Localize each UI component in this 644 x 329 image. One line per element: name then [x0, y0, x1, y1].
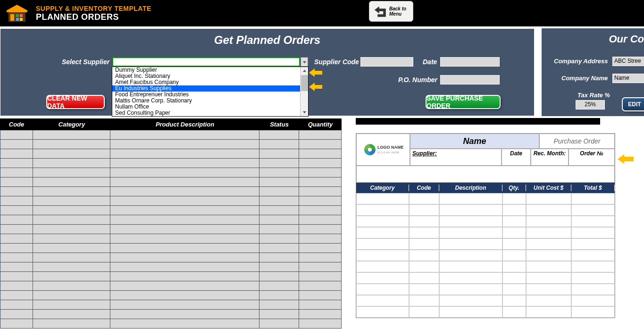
- products-table: Code Category Product Description Status…: [0, 118, 342, 329]
- svg-rect-3: [20, 14, 23, 17]
- table-row[interactable]: [0, 291, 342, 300]
- company-panel: Our Co Company Address ABC Stree Company…: [541, 28, 644, 116]
- po-number-field: [440, 75, 500, 84]
- po-table-row: [356, 227, 615, 238]
- date-label: Date: [423, 58, 437, 66]
- col-status: Status: [259, 121, 299, 128]
- table-row[interactable]: [0, 149, 342, 159]
- po-table-row: [356, 250, 615, 261]
- po-blank-row: [356, 166, 615, 183]
- logo-slogan: SLOGAN HERE: [377, 151, 400, 154]
- po-table-row: [356, 193, 615, 204]
- table-row[interactable]: [0, 319, 342, 329]
- supplier-input[interactable]: [112, 57, 300, 67]
- supplier-dropdown-button[interactable]: [301, 57, 308, 67]
- table-row[interactable]: [0, 159, 342, 168]
- supplier-dropdown-list[interactable]: Dummy SupplierAliquet Inc. StationaryAme…: [112, 67, 309, 117]
- table-row[interactable]: [0, 244, 342, 253]
- supplier-option[interactable]: Sed Consulting Paper: [112, 110, 300, 116]
- table-row[interactable]: [0, 262, 342, 272]
- po-number-label: P.O. Number: [398, 76, 437, 84]
- table-row[interactable]: [0, 187, 342, 196]
- arrow-indicator-icon: [618, 153, 634, 165]
- scroll-down-icon[interactable]: [301, 108, 308, 116]
- po-table-row: [356, 284, 615, 295]
- svg-rect-2: [16, 14, 19, 17]
- col-description: Product Description: [110, 121, 259, 128]
- tax-rate-label: Tax Rate %: [577, 92, 610, 99]
- table-row[interactable]: [0, 225, 342, 234]
- po-col-unitcost: Unit Cost $: [526, 185, 571, 191]
- supplier-code-label: Supplier Code: [314, 58, 359, 66]
- app-title: SUPPLY & INVENTORY TEMPLATE: [36, 5, 151, 12]
- select-supplier-label: Select Supplier: [62, 58, 109, 66]
- edit-button[interactable]: EDIT: [622, 97, 644, 111]
- back-to-menu-button[interactable]: Back toMenu: [369, 1, 413, 22]
- po-table-row: [356, 272, 615, 284]
- table-row[interactable]: [0, 300, 342, 310]
- po-col-category: Category: [356, 185, 409, 191]
- top-header: SUPPLY & INVENTORY TEMPLATE PLANNED ORDE…: [0, 0, 644, 26]
- po-table-row: [356, 295, 615, 306]
- po-table-header: Category Code Description Qty. Unit Cost…: [356, 183, 615, 193]
- table-row[interactable]: [0, 130, 342, 140]
- col-category: Category: [33, 121, 110, 128]
- svg-rect-1: [10, 14, 14, 21]
- table-row[interactable]: [0, 234, 342, 244]
- company-address-label: Company Address: [554, 58, 608, 65]
- po-table-row: [356, 204, 615, 216]
- supplier-code-field: [360, 57, 413, 67]
- app-logo: [0, 0, 34, 26]
- table-row[interactable]: [0, 196, 342, 206]
- company-address-field: ABC Stree: [612, 57, 644, 66]
- col-quantity: Quantity: [299, 121, 342, 128]
- po-col-total: Total $: [571, 185, 615, 191]
- table-row[interactable]: [0, 177, 342, 187]
- products-table-header: Code Category Product Description Status…: [0, 118, 342, 130]
- company-logo: LOGO NAME SLOGAN HERE: [356, 134, 410, 166]
- po-preview: LOGO NAME SLOGAN HERE Name Purchase Orde…: [342, 118, 644, 329]
- save-purchase-order-button[interactable]: SAVE PURCHASE ORDER: [426, 95, 501, 109]
- po-date-label: Date: [502, 149, 531, 166]
- scroll-up-icon[interactable]: [301, 67, 308, 75]
- table-row[interactable]: [0, 281, 342, 291]
- po-table-row: [356, 238, 615, 250]
- po-orderno-label: Order №: [569, 149, 615, 166]
- po-table-row: [356, 216, 615, 227]
- po-col-code: Code: [409, 185, 439, 191]
- table-row[interactable]: [0, 206, 342, 215]
- po-table-row: [356, 261, 615, 272]
- company-panel-title: Our Co: [542, 28, 644, 45]
- scroll-thumb[interactable]: [301, 75, 308, 91]
- preview-top-bar: [356, 118, 600, 125]
- table-row[interactable]: [0, 140, 342, 149]
- po-col-qty: Qty.: [502, 185, 526, 191]
- col-code: Code: [0, 121, 33, 128]
- table-row[interactable]: [0, 310, 342, 319]
- logo-text: LOGO NAME: [377, 145, 404, 150]
- table-row[interactable]: [0, 168, 342, 177]
- table-row[interactable]: [0, 215, 342, 225]
- table-row[interactable]: [0, 272, 342, 281]
- arrow-indicator-icon: [309, 82, 322, 92]
- svg-rect-4: [16, 18, 19, 21]
- po-company-name: Name: [410, 134, 539, 149]
- po-recmonth-label: Rec. Month:: [531, 149, 569, 166]
- svg-rect-5: [20, 18, 23, 21]
- po-title: Purchase Order: [539, 134, 615, 149]
- company-name-field: Name: [612, 74, 644, 83]
- date-field: [440, 57, 500, 67]
- po-col-description: Description: [439, 185, 502, 191]
- clear-new-data-button[interactable]: CLEAR NEW DATA: [46, 95, 105, 109]
- arrow-indicator-icon: [309, 67, 322, 78]
- tax-rate-field: 25%: [576, 100, 605, 110]
- panel-title: Get Planned Orders: [0, 29, 534, 47]
- dropdown-scrollbar[interactable]: [300, 67, 308, 116]
- page-title: PLANNED ORDERS: [36, 12, 151, 22]
- po-supplier-label: Supplier:: [410, 149, 502, 166]
- back-label: Back toMenu: [389, 6, 406, 17]
- table-row[interactable]: [0, 253, 342, 262]
- company-name-label: Company Name: [561, 75, 608, 82]
- po-table-row: [356, 306, 615, 318]
